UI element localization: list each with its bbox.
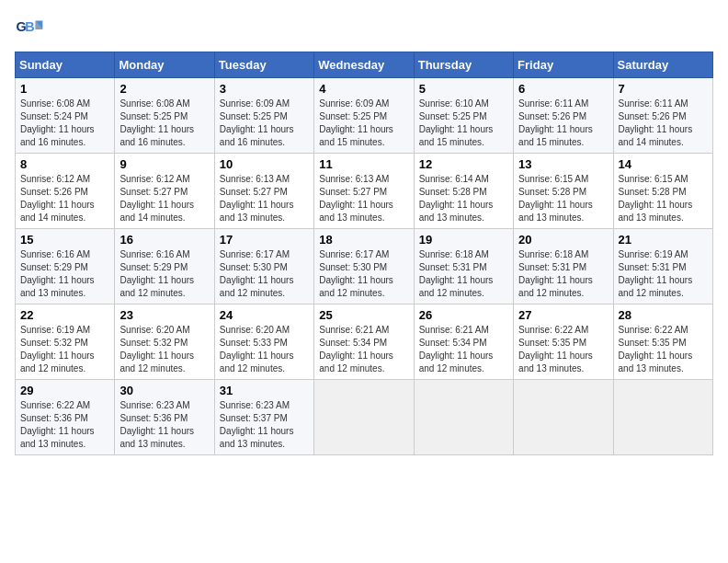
calendar-cell: 21 Sunrise: 6:19 AMSunset: 5:31 PMDaylig…	[613, 229, 712, 304]
day-number: 12	[419, 157, 508, 171]
weekday-header-saturday: Saturday	[613, 52, 712, 78]
calendar-cell: 26 Sunrise: 6:21 AMSunset: 5:34 PMDaylig…	[414, 304, 513, 380]
calendar-cell: 27 Sunrise: 6:22 AMSunset: 5:35 PMDaylig…	[514, 304, 613, 380]
day-number: 25	[319, 308, 408, 322]
day-number: 30	[119, 384, 209, 397]
day-number: 26	[419, 308, 508, 322]
day-number: 4	[319, 82, 408, 96]
day-detail: Sunrise: 6:16 AMSunset: 5:29 PMDaylight:…	[119, 249, 194, 298]
day-detail: Sunrise: 6:19 AMSunset: 5:31 PMDaylight:…	[619, 249, 693, 298]
day-number: 9	[119, 157, 209, 171]
day-number: 8	[20, 157, 109, 171]
day-detail: Sunrise: 6:13 AMSunset: 5:27 PMDaylight:…	[220, 174, 294, 223]
day-number: 22	[20, 308, 109, 322]
day-number: 11	[319, 157, 408, 171]
calendar-body: 1 Sunrise: 6:08 AMSunset: 5:24 PMDayligh…	[16, 78, 713, 455]
weekday-header-sunday: Sunday	[16, 52, 115, 78]
day-number: 29	[20, 384, 109, 397]
day-detail: Sunrise: 6:09 AMSunset: 5:25 PMDaylight:…	[220, 98, 294, 147]
calendar-cell: 31 Sunrise: 6:23 AMSunset: 5:37 PMDaylig…	[214, 380, 313, 455]
calendar-cell: 23 Sunrise: 6:20 AMSunset: 5:32 PMDaylig…	[115, 304, 214, 380]
day-number: 13	[518, 157, 608, 171]
calendar-cell: 25 Sunrise: 6:21 AMSunset: 5:34 PMDaylig…	[314, 304, 414, 380]
day-number: 18	[319, 233, 408, 247]
day-detail: Sunrise: 6:09 AMSunset: 5:25 PMDaylight:…	[319, 98, 393, 147]
day-number: 19	[419, 233, 508, 247]
day-detail: Sunrise: 6:18 AMSunset: 5:31 PMDaylight:…	[518, 249, 593, 298]
day-detail: Sunrise: 6:21 AMSunset: 5:34 PMDaylight:…	[319, 325, 393, 373]
weekday-header-monday: Monday	[115, 52, 214, 78]
calendar-cell: 30 Sunrise: 6:23 AMSunset: 5:36 PMDaylig…	[115, 380, 214, 455]
weekday-header-wednesday: Wednesday	[314, 52, 414, 78]
calendar-cell	[414, 380, 513, 455]
day-detail: Sunrise: 6:19 AMSunset: 5:32 PMDaylight:…	[20, 325, 95, 373]
calendar-cell: 17 Sunrise: 6:17 AMSunset: 5:30 PMDaylig…	[214, 229, 313, 304]
day-detail: Sunrise: 6:21 AMSunset: 5:34 PMDaylight:…	[419, 325, 494, 373]
calendar-cell: 29 Sunrise: 6:22 AMSunset: 5:36 PMDaylig…	[16, 380, 115, 455]
day-detail: Sunrise: 6:14 AMSunset: 5:28 PMDaylight:…	[419, 174, 494, 223]
calendar-cell: 12 Sunrise: 6:14 AMSunset: 5:28 PMDaylig…	[414, 154, 513, 229]
day-number: 2	[119, 82, 209, 96]
calendar-week-row: 22 Sunrise: 6:19 AMSunset: 5:32 PMDaylig…	[16, 304, 713, 380]
day-detail: Sunrise: 6:22 AMSunset: 5:35 PMDaylight:…	[518, 325, 593, 373]
logo: G B	[15, 15, 48, 44]
day-number: 15	[20, 233, 109, 247]
calendar-cell: 4 Sunrise: 6:09 AMSunset: 5:25 PMDayligh…	[314, 78, 414, 154]
day-detail: Sunrise: 6:23 AMSunset: 5:37 PMDaylight:…	[220, 400, 294, 449]
logo-icon: G B	[15, 15, 44, 44]
day-detail: Sunrise: 6:23 AMSunset: 5:36 PMDaylight:…	[119, 400, 194, 449]
calendar-cell: 10 Sunrise: 6:13 AMSunset: 5:27 PMDaylig…	[214, 154, 313, 229]
day-number: 28	[619, 308, 708, 322]
calendar-cell: 7 Sunrise: 6:11 AMSunset: 5:26 PMDayligh…	[613, 78, 712, 154]
svg-text:B: B	[25, 19, 34, 34]
calendar-cell: 14 Sunrise: 6:15 AMSunset: 5:28 PMDaylig…	[613, 154, 712, 229]
calendar-table: SundayMondayTuesdayWednesdayThursdayFrid…	[15, 52, 713, 455]
day-detail: Sunrise: 6:17 AMSunset: 5:30 PMDaylight:…	[220, 249, 294, 298]
day-number: 24	[220, 308, 309, 322]
calendar-week-row: 15 Sunrise: 6:16 AMSunset: 5:29 PMDaylig…	[16, 229, 713, 304]
weekday-header-row: SundayMondayTuesdayWednesdayThursdayFrid…	[16, 52, 713, 78]
calendar-cell: 15 Sunrise: 6:16 AMSunset: 5:29 PMDaylig…	[16, 229, 115, 304]
day-detail: Sunrise: 6:20 AMSunset: 5:32 PMDaylight:…	[119, 325, 194, 373]
day-number: 16	[119, 233, 209, 247]
day-number: 3	[220, 82, 309, 96]
day-detail: Sunrise: 6:08 AMSunset: 5:25 PMDaylight:…	[119, 98, 194, 147]
calendar-cell: 19 Sunrise: 6:18 AMSunset: 5:31 PMDaylig…	[414, 229, 513, 304]
calendar-cell: 18 Sunrise: 6:17 AMSunset: 5:30 PMDaylig…	[314, 229, 414, 304]
calendar-cell: 6 Sunrise: 6:11 AMSunset: 5:26 PMDayligh…	[514, 78, 613, 154]
calendar-cell: 13 Sunrise: 6:15 AMSunset: 5:28 PMDaylig…	[514, 154, 613, 229]
calendar-cell: 16 Sunrise: 6:16 AMSunset: 5:29 PMDaylig…	[115, 229, 214, 304]
day-number: 23	[119, 308, 209, 322]
day-detail: Sunrise: 6:11 AMSunset: 5:26 PMDaylight:…	[518, 98, 593, 147]
calendar-cell: 20 Sunrise: 6:18 AMSunset: 5:31 PMDaylig…	[514, 229, 613, 304]
weekday-header-friday: Friday	[514, 52, 613, 78]
calendar-week-row: 8 Sunrise: 6:12 AMSunset: 5:26 PMDayligh…	[16, 154, 713, 229]
day-detail: Sunrise: 6:13 AMSunset: 5:27 PMDaylight:…	[319, 174, 393, 223]
day-number: 14	[619, 157, 708, 171]
calendar-cell: 24 Sunrise: 6:20 AMSunset: 5:33 PMDaylig…	[214, 304, 313, 380]
calendar-cell: 1 Sunrise: 6:08 AMSunset: 5:24 PMDayligh…	[16, 78, 115, 154]
header: G B	[15, 15, 713, 44]
day-detail: Sunrise: 6:12 AMSunset: 5:27 PMDaylight:…	[119, 174, 194, 223]
day-detail: Sunrise: 6:12 AMSunset: 5:26 PMDaylight:…	[20, 174, 95, 223]
day-detail: Sunrise: 6:08 AMSunset: 5:24 PMDaylight:…	[20, 98, 95, 147]
day-detail: Sunrise: 6:18 AMSunset: 5:31 PMDaylight:…	[419, 249, 494, 298]
day-detail: Sunrise: 6:10 AMSunset: 5:25 PMDaylight:…	[419, 98, 494, 147]
calendar-cell: 3 Sunrise: 6:09 AMSunset: 5:25 PMDayligh…	[214, 78, 313, 154]
day-number: 6	[518, 82, 608, 96]
day-detail: Sunrise: 6:11 AMSunset: 5:26 PMDaylight:…	[619, 98, 693, 147]
calendar-cell: 2 Sunrise: 6:08 AMSunset: 5:25 PMDayligh…	[115, 78, 214, 154]
calendar-cell: 8 Sunrise: 6:12 AMSunset: 5:26 PMDayligh…	[16, 154, 115, 229]
calendar-cell	[613, 380, 712, 455]
day-detail: Sunrise: 6:15 AMSunset: 5:28 PMDaylight:…	[619, 174, 693, 223]
day-detail: Sunrise: 6:17 AMSunset: 5:30 PMDaylight:…	[319, 249, 393, 298]
day-number: 21	[619, 233, 708, 247]
day-detail: Sunrise: 6:22 AMSunset: 5:36 PMDaylight:…	[20, 400, 95, 449]
day-detail: Sunrise: 6:20 AMSunset: 5:33 PMDaylight:…	[220, 325, 294, 373]
day-number: 27	[518, 308, 608, 322]
day-detail: Sunrise: 6:16 AMSunset: 5:29 PMDaylight:…	[20, 249, 95, 298]
day-number: 7	[619, 82, 708, 96]
day-number: 20	[518, 233, 608, 247]
calendar-week-row: 29 Sunrise: 6:22 AMSunset: 5:36 PMDaylig…	[16, 380, 713, 455]
weekday-header-thursday: Thursday	[414, 52, 513, 78]
